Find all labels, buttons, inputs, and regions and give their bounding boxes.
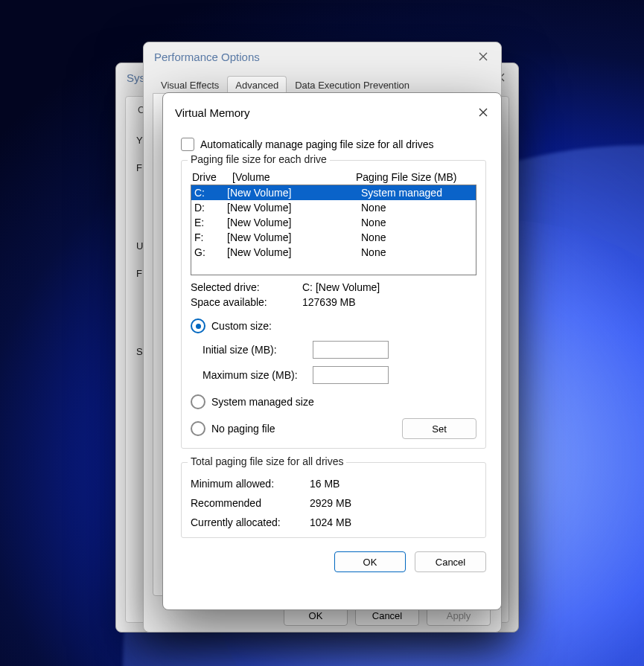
space-available-label: Space available: xyxy=(191,296,302,308)
drive-list[interactable]: C:[New Volume]System managedD:[New Volum… xyxy=(191,185,476,275)
drive-paging-size: None xyxy=(361,200,473,215)
custom-size-label: Custom size: xyxy=(211,320,272,332)
drive-letter: F: xyxy=(194,230,227,245)
current-allocated-value: 1024 MB xyxy=(310,516,351,528)
drive-volume: [New Volume] xyxy=(227,245,361,260)
drive-letter: G: xyxy=(194,245,227,260)
drive-volume: [New Volume] xyxy=(227,185,361,200)
drive-row[interactable]: D:[New Volume]None xyxy=(191,200,476,215)
drive-letter: E: xyxy=(194,215,227,230)
current-allocated-label: Currently allocated: xyxy=(191,516,310,528)
maximum-size-input[interactable] xyxy=(313,366,389,384)
custom-size-radio[interactable] xyxy=(191,318,205,333)
drive-paging-size: None xyxy=(361,215,473,230)
close-icon[interactable] xyxy=(471,45,495,68)
drive-row[interactable]: E:[New Volume]None xyxy=(191,215,476,230)
virtual-memory-title: Virtual Memory xyxy=(175,106,250,119)
header-drive: Drive xyxy=(192,171,232,183)
totals-group-legend: Total paging file size for all drives xyxy=(188,455,346,467)
header-volume: [Volume xyxy=(232,171,356,183)
close-icon[interactable] xyxy=(471,100,495,124)
cancel-button[interactable]: Cancel xyxy=(415,551,486,572)
selected-drive-label: Selected drive: xyxy=(191,281,302,293)
ok-button[interactable]: OK xyxy=(334,551,406,572)
drive-paging-size: System managed xyxy=(361,185,473,200)
drives-group-legend: Paging file size for each drive xyxy=(188,153,330,165)
drive-row[interactable]: F:[New Volume]None xyxy=(191,230,476,245)
min-allowed-value: 16 MB xyxy=(310,478,339,490)
initial-size-input[interactable] xyxy=(313,341,389,359)
drive-volume: [New Volume] xyxy=(227,230,361,245)
system-managed-label: System managed size xyxy=(211,396,314,408)
drive-letter: D: xyxy=(194,200,227,215)
set-button[interactable]: Set xyxy=(402,418,476,439)
no-paging-radio[interactable] xyxy=(191,421,205,436)
drive-paging-size: None xyxy=(361,230,473,245)
system-managed-radio[interactable] xyxy=(191,394,205,409)
drive-row[interactable]: C:[New Volume]System managed xyxy=(191,185,476,200)
drive-volume: [New Volume] xyxy=(227,200,361,215)
min-allowed-label: Minimum allowed: xyxy=(191,478,310,490)
no-paging-label: No paging file xyxy=(211,423,275,435)
performance-options-title: Performance Options xyxy=(154,51,260,63)
drive-row[interactable]: G:[New Volume]None xyxy=(191,245,476,260)
space-available-value: 127639 MB xyxy=(302,296,356,308)
header-paging-size: Paging File Size (MB) xyxy=(356,171,475,183)
virtual-memory-dialog: Virtual Memory Automatically manage pagi… xyxy=(162,92,502,610)
recommended-label: Recommended xyxy=(191,497,310,509)
initial-size-label: Initial size (MB): xyxy=(203,344,313,356)
drive-letter: C: xyxy=(194,185,227,200)
selected-drive-value: C: [New Volume] xyxy=(302,281,380,293)
recommended-value: 2929 MB xyxy=(310,497,351,509)
drive-volume: [New Volume] xyxy=(227,215,361,230)
maximum-size-label: Maximum size (MB): xyxy=(203,369,313,381)
auto-manage-label: Automatically manage paging file size fo… xyxy=(200,138,434,150)
auto-manage-checkbox[interactable] xyxy=(181,138,194,151)
drive-paging-size: None xyxy=(361,245,473,260)
